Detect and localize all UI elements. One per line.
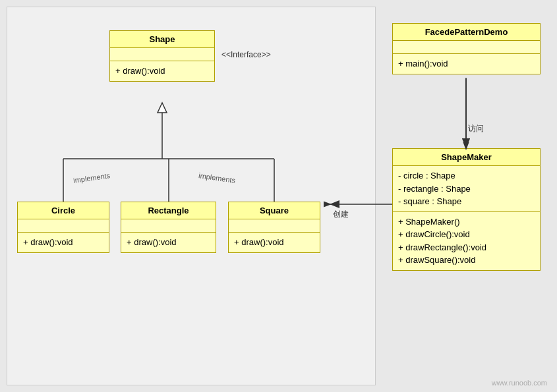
- facade-demo-fields-section: [393, 41, 540, 54]
- shape-header: Shape: [110, 31, 214, 48]
- rectangle-methods-section: + draw():void: [121, 233, 216, 252]
- shape-maker-header: ShapeMaker: [393, 149, 540, 166]
- shape-maker-method-4: + drawSquare():void: [398, 254, 535, 267]
- circle-box: Circle + draw():void: [17, 202, 109, 253]
- rectangle-fields-section: [121, 219, 216, 233]
- interface-label: <<Interface>>: [221, 50, 271, 59]
- square-box: Square + draw():void: [228, 202, 320, 253]
- circle-header: Circle: [18, 202, 109, 219]
- watermark: www.runoob.com: [492, 379, 547, 387]
- shape-maker-fields-section: - circle : Shape - rectangle : Shape - s…: [393, 166, 540, 212]
- shape-maker-methods-section: + ShapeMaker() + drawCircle():void + dra…: [393, 212, 540, 270]
- create-label: 创建: [333, 209, 349, 220]
- square-methods: + draw():void: [234, 236, 314, 249]
- diagram-area: Shape + draw():void <<Interface>> Circle…: [7, 7, 376, 385]
- rectangle-methods: + draw():void: [127, 236, 210, 249]
- shape-methods-section: + draw():void: [110, 61, 214, 81]
- shape-methods: + draw():void: [115, 65, 209, 78]
- circle-methods-section: + draw():void: [18, 233, 109, 252]
- shape-maker-field-3: - square : Shape: [398, 195, 535, 208]
- rectangle-box: Rectangle + draw():void: [121, 202, 216, 253]
- access-label: 访问: [468, 123, 484, 134]
- square-methods-section: + draw():void: [229, 233, 320, 252]
- shape-maker-method-3: + drawRectangle():void: [398, 241, 535, 254]
- svg-marker-8: [462, 138, 470, 148]
- circle-methods: + draw():void: [23, 236, 103, 249]
- right-area: FacedePatternDemo + main():void ShapeMak…: [382, 7, 550, 385]
- implements-right-label: implements: [198, 171, 235, 184]
- facade-demo-box: FacedePatternDemo + main():void: [392, 23, 541, 74]
- shape-maker-box: ShapeMaker - circle : Shape - rectangle …: [392, 148, 541, 271]
- implements-left-label: implements: [73, 171, 110, 184]
- shape-maker-method-1: + ShapeMaker(): [398, 215, 535, 229]
- circle-fields-section: [18, 219, 109, 233]
- shape-fields-section: [110, 48, 214, 61]
- shape-box: Shape + draw():void: [109, 30, 215, 82]
- shape-maker-method-2: + drawCircle():void: [398, 228, 535, 241]
- svg-marker-1: [158, 103, 167, 113]
- square-header: Square: [229, 202, 320, 219]
- rectangle-header: Rectangle: [121, 202, 216, 219]
- shape-maker-field-2: - rectangle : Shape: [398, 182, 535, 196]
- shape-maker-field-1: - circle : Shape: [398, 169, 535, 182]
- facade-demo-methods-section: + main():void: [393, 54, 540, 74]
- facade-demo-methods: + main():void: [398, 57, 535, 70]
- facade-demo-header: FacedePatternDemo: [393, 24, 540, 41]
- square-fields-section: [229, 219, 320, 233]
